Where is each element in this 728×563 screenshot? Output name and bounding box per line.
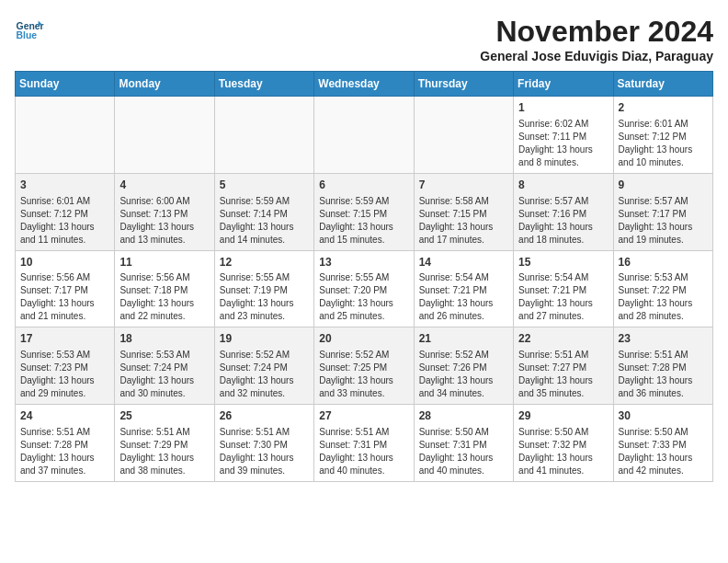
- day-number: 3: [20, 178, 109, 193]
- day-number: 8: [518, 178, 608, 193]
- calendar-table: SundayMondayTuesdayWednesdayThursdayFrid…: [15, 71, 713, 482]
- calendar-cell: [414, 97, 513, 174]
- day-number: 13: [319, 255, 408, 270]
- day-number: 6: [319, 178, 408, 193]
- day-number: 26: [220, 408, 309, 424]
- day-number: 19: [220, 331, 309, 347]
- calendar-cell: 11Sunrise: 5:56 AMSunset: 7:18 PMDayligh…: [115, 250, 214, 327]
- calendar-cell: 4Sunrise: 6:00 AMSunset: 7:13 PMDaylight…: [115, 173, 214, 250]
- day-number: 28: [419, 408, 508, 424]
- day-number: 21: [419, 331, 508, 347]
- day-number: 29: [518, 408, 608, 424]
- calendar-cell: 26Sunrise: 5:51 AMSunset: 7:30 PMDayligh…: [214, 405, 313, 482]
- day-number: 4: [119, 178, 209, 193]
- day-number: 24: [20, 408, 109, 424]
- location-subtitle: General Jose Eduvigis Diaz, Paraguay: [480, 49, 713, 63]
- calendar-cell: 25Sunrise: 5:51 AMSunset: 7:29 PMDayligh…: [115, 405, 214, 482]
- day-number: 10: [20, 255, 109, 270]
- calendar-cell: 7Sunrise: 5:58 AMSunset: 7:15 PMDaylight…: [414, 173, 513, 250]
- day-header-saturday: Saturday: [613, 72, 712, 97]
- calendar-cell: 8Sunrise: 5:57 AMSunset: 7:16 PMDaylight…: [514, 173, 613, 250]
- calendar-cell: [314, 97, 414, 174]
- calendar-cell: 9Sunrise: 5:57 AMSunset: 7:17 PMDaylight…: [613, 173, 712, 250]
- calendar-cell: 1Sunrise: 6:02 AMSunset: 7:11 PMDaylight…: [514, 97, 613, 174]
- day-number: 23: [619, 331, 708, 347]
- day-number: 22: [518, 331, 608, 347]
- day-number: 20: [319, 331, 408, 347]
- day-number: 15: [518, 255, 608, 270]
- title-block: November 2024 General Jose Eduvigis Diaz…: [480, 15, 713, 63]
- calendar-cell: 18Sunrise: 5:53 AMSunset: 7:24 PMDayligh…: [115, 327, 214, 405]
- calendar-cell: 10Sunrise: 5:56 AMSunset: 7:17 PMDayligh…: [16, 250, 115, 327]
- calendar-cell: 23Sunrise: 5:51 AMSunset: 7:28 PMDayligh…: [613, 327, 712, 405]
- day-header-sunday: Sunday: [16, 72, 115, 97]
- logo: General Blue: [15, 15, 44, 44]
- calendar-cell: 14Sunrise: 5:54 AMSunset: 7:21 PMDayligh…: [414, 250, 513, 327]
- page-header: General Blue November 2024 General Jose …: [15, 15, 713, 63]
- day-number: 11: [119, 255, 209, 270]
- day-number: 17: [20, 331, 109, 347]
- day-number: 14: [419, 255, 508, 270]
- calendar-cell: 19Sunrise: 5:52 AMSunset: 7:24 PMDayligh…: [214, 327, 313, 405]
- calendar-cell: 20Sunrise: 5:52 AMSunset: 7:25 PMDayligh…: [314, 327, 414, 405]
- calendar-cell: [115, 97, 214, 174]
- calendar-cell: [214, 97, 313, 174]
- day-number: 2: [619, 100, 708, 116]
- day-number: 25: [119, 408, 209, 424]
- day-header-tuesday: Tuesday: [214, 72, 313, 97]
- day-number: 27: [319, 408, 408, 424]
- calendar-cell: 28Sunrise: 5:50 AMSunset: 7:31 PMDayligh…: [414, 405, 513, 482]
- calendar-cell: 13Sunrise: 5:55 AMSunset: 7:20 PMDayligh…: [314, 250, 414, 327]
- day-number: 30: [619, 408, 708, 424]
- calendar-cell: 5Sunrise: 5:59 AMSunset: 7:14 PMDaylight…: [214, 173, 313, 250]
- day-header-monday: Monday: [115, 72, 214, 97]
- day-header-thursday: Thursday: [414, 72, 513, 97]
- calendar-cell: 17Sunrise: 5:53 AMSunset: 7:23 PMDayligh…: [16, 327, 115, 405]
- logo-icon: General Blue: [15, 15, 44, 44]
- day-header-friday: Friday: [514, 72, 613, 97]
- calendar-cell: 29Sunrise: 5:50 AMSunset: 7:32 PMDayligh…: [514, 405, 613, 482]
- calendar-cell: 16Sunrise: 5:53 AMSunset: 7:22 PMDayligh…: [613, 250, 712, 327]
- svg-text:Blue: Blue: [17, 30, 38, 40]
- day-number: 7: [419, 178, 508, 193]
- calendar-cell: 22Sunrise: 5:51 AMSunset: 7:27 PMDayligh…: [514, 327, 613, 405]
- calendar-cell: 15Sunrise: 5:54 AMSunset: 7:21 PMDayligh…: [514, 250, 613, 327]
- day-number: 1: [518, 100, 608, 116]
- day-number: 12: [220, 255, 309, 270]
- day-header-wednesday: Wednesday: [314, 72, 414, 97]
- day-number: 18: [119, 331, 209, 347]
- day-number: 16: [619, 255, 708, 270]
- calendar-cell: 30Sunrise: 5:50 AMSunset: 7:33 PMDayligh…: [613, 405, 712, 482]
- month-title: November 2024: [480, 15, 713, 49]
- calendar-cell: 6Sunrise: 5:59 AMSunset: 7:15 PMDaylight…: [314, 173, 414, 250]
- calendar-cell: 3Sunrise: 6:01 AMSunset: 7:12 PMDaylight…: [16, 173, 115, 250]
- calendar-cell: 2Sunrise: 6:01 AMSunset: 7:12 PMDaylight…: [613, 97, 712, 174]
- calendar-cell: 24Sunrise: 5:51 AMSunset: 7:28 PMDayligh…: [16, 405, 115, 482]
- calendar-cell: 21Sunrise: 5:52 AMSunset: 7:26 PMDayligh…: [414, 327, 513, 405]
- calendar-cell: [16, 97, 115, 174]
- day-number: 5: [220, 178, 309, 193]
- calendar-cell: 27Sunrise: 5:51 AMSunset: 7:31 PMDayligh…: [314, 405, 414, 482]
- day-number: 9: [619, 178, 708, 193]
- calendar-cell: 12Sunrise: 5:55 AMSunset: 7:19 PMDayligh…: [214, 250, 313, 327]
